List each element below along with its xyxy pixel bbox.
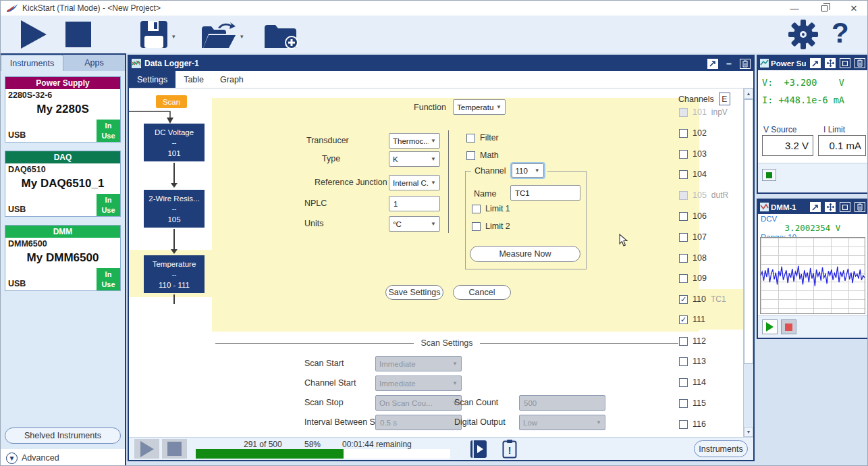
dmm-run-button[interactable] — [762, 319, 778, 334]
channel-row[interactable]: 112 — [673, 331, 743, 351]
units-select[interactable]: °C▼ — [389, 216, 440, 232]
limit2-checkbox-row[interactable]: Limit 2 — [472, 222, 510, 231]
limit2-checkbox[interactable] — [472, 222, 481, 231]
math-checkbox-row[interactable]: Math — [466, 151, 499, 160]
new-project-folder-icon[interactable] — [264, 24, 299, 49]
channel-row[interactable]: 114 — [673, 372, 743, 392]
stop-button[interactable] — [65, 22, 91, 47]
reference-junction-select[interactable]: Internal C...▼ — [389, 175, 440, 190]
window-close-icon[interactable]: ✕ — [839, 1, 868, 16]
settings-gear-icon[interactable] — [788, 19, 819, 50]
i-limit-input[interactable]: 0.1 mA — [818, 135, 866, 156]
scan-stop-button[interactable] — [162, 439, 187, 459]
nplc-input[interactable]: 1 — [389, 196, 440, 211]
math-checkbox[interactable] — [466, 151, 475, 160]
channel-row[interactable]: 109 — [673, 268, 743, 288]
tab-instruments[interactable]: Instruments — [1, 55, 63, 71]
scan-run-button[interactable] — [134, 439, 159, 459]
tab-settings[interactable]: Settings — [129, 71, 175, 88]
filter-checkbox-row[interactable]: Filter — [466, 133, 499, 143]
measure-now-button[interactable]: Measure Now — [470, 246, 580, 262]
popout-icon[interactable] — [810, 202, 821, 212]
run-button[interactable] — [21, 20, 47, 49]
channel-row[interactable]: 108 — [673, 248, 743, 268]
channel-checkbox[interactable] — [679, 191, 688, 200]
channel-checkbox[interactable] — [679, 233, 688, 242]
delete-icon[interactable] — [740, 59, 751, 69]
maximize-icon[interactable] — [840, 58, 850, 68]
channel-checkbox[interactable] — [679, 212, 688, 221]
channel-checkbox[interactable] — [679, 108, 688, 117]
scrollbar-thumb[interactable] — [744, 99, 753, 364]
channel-checkbox[interactable] — [679, 274, 688, 283]
filter-checkbox[interactable] — [466, 134, 475, 143]
tab-table[interactable]: Table — [175, 71, 212, 88]
delete-icon[interactable] — [855, 202, 865, 212]
move-icon[interactable] — [825, 58, 836, 68]
limit1-checkbox[interactable] — [472, 205, 481, 213]
window-minimize-icon[interactable]: — — [780, 1, 809, 16]
tab-apps[interactable]: Apps — [63, 55, 125, 71]
popout-icon[interactable] — [810, 58, 821, 68]
channels-scrollbar[interactable]: ▲ ▼ — [743, 88, 753, 437]
flow-node-2wire-resistance[interactable]: 2-Wire Resis... -- 105 — [144, 190, 205, 228]
channel-checkbox[interactable] — [679, 295, 688, 304]
channel-row[interactable]: 113 — [673, 351, 743, 371]
channel-row[interactable]: 106 — [673, 206, 743, 226]
flow-node-dc-voltage[interactable]: DC Voltage -- 101 — [144, 124, 205, 161]
channel-checkbox[interactable] — [679, 254, 688, 263]
channel-row[interactable]: 105dutR — [673, 185, 743, 205]
channel-row[interactable]: 107 — [673, 227, 743, 247]
channel-checkbox[interactable] — [679, 337, 688, 346]
channel-select[interactable]: 110▼ — [512, 163, 544, 178]
channel-checkbox[interactable] — [679, 357, 688, 366]
channel-checkbox[interactable] — [679, 378, 688, 387]
messages-clipboard-icon[interactable]: ! — [502, 439, 517, 459]
window-restore-icon[interactable] — [809, 1, 839, 16]
type-select[interactable]: K▼ — [389, 151, 440, 167]
channel-row[interactable]: 102 — [673, 123, 743, 143]
advanced-expander[interactable]: ▼ Advanced — [1, 449, 125, 466]
channel-row[interactable]: 111 — [673, 309, 743, 330]
flow-node-temperature[interactable]: Temperature -- 110 - 111 — [144, 255, 205, 293]
channel-checkbox[interactable] — [679, 399, 688, 408]
channel-checkbox[interactable] — [679, 170, 688, 179]
open-dropdown-caret[interactable]: ▾ — [240, 33, 244, 40]
tab-graph[interactable]: Graph — [212, 71, 252, 88]
channel-row[interactable]: 110TC1 — [673, 289, 743, 309]
channel-row[interactable]: 101inpV — [673, 102, 743, 122]
delete-icon[interactable] — [855, 58, 865, 68]
channel-name-input[interactable]: TC1 — [510, 185, 580, 201]
shelved-instruments-button[interactable]: Shelved Instruments — [5, 428, 121, 444]
dmm-stop-button[interactable] — [781, 319, 796, 334]
save-dropdown-caret[interactable]: ▾ — [172, 33, 175, 40]
minimize-icon[interactable]: – — [724, 59, 734, 69]
transducer-select[interactable]: Thermoc...▼ — [389, 133, 440, 149]
channel-checkbox[interactable] — [679, 150, 688, 159]
v-source-input[interactable]: 3.2 V — [762, 135, 813, 156]
limit1-checkbox-row[interactable]: Limit 1 — [472, 204, 510, 213]
script-runner-icon[interactable] — [470, 440, 488, 459]
channel-checkbox[interactable] — [679, 420, 688, 429]
open-icon[interactable] — [200, 22, 238, 49]
save-icon[interactable] — [139, 20, 169, 49]
function-select[interactable]: Temperature▼ — [453, 99, 506, 115]
instrument-card-daq[interactable]: DAQ DAQ6510 My DAQ6510_1 USB InUse — [5, 151, 121, 217]
output-enable-button[interactable] — [762, 169, 776, 181]
popout-icon[interactable] — [707, 59, 718, 69]
channel-checkbox[interactable] — [679, 315, 688, 324]
instruments-button[interactable]: Instruments — [694, 440, 748, 457]
help-icon[interactable]: ? — [832, 17, 849, 49]
channel-row[interactable]: 115 — [673, 393, 743, 413]
channel-row[interactable]: 103 — [673, 144, 743, 164]
move-icon[interactable] — [825, 202, 836, 212]
instrument-card-dmm[interactable]: DMM DMM6500 My DMM6500 USB InUse — [5, 225, 121, 291]
scroll-up-icon[interactable]: ▲ — [744, 88, 753, 99]
channel-row[interactable]: 116 — [673, 414, 743, 434]
save-settings-button[interactable]: Save Settings — [385, 285, 443, 300]
cancel-button[interactable]: Cancel — [453, 285, 511, 300]
scroll-down-icon[interactable]: ▼ — [744, 427, 753, 437]
maximize-icon[interactable] — [840, 202, 850, 212]
channel-checkbox[interactable] — [679, 129, 688, 138]
instrument-card-power-supply[interactable]: Power Supply 2280S-32-6 My 2280S USB InU… — [5, 76, 121, 143]
